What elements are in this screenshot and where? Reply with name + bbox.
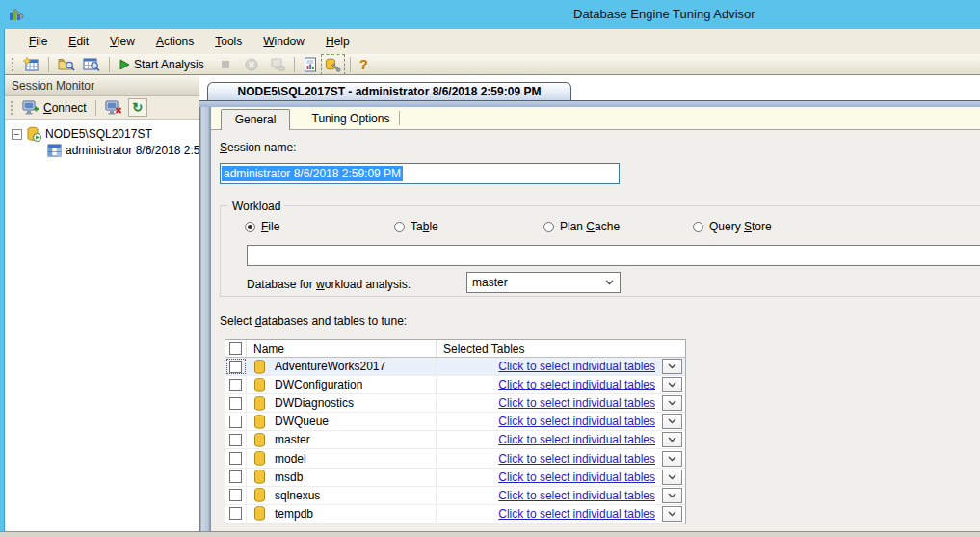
workload-file-input[interactable]	[247, 245, 980, 266]
workload-radio-option[interactable]: Query Store	[693, 220, 842, 233]
tables-dropdown-button[interactable]	[662, 470, 682, 485]
select-individual-tables-link[interactable]: Click to select individual tables	[498, 489, 655, 502]
toolbar-separator	[109, 57, 110, 72]
reports-button[interactable]	[302, 56, 319, 73]
chevron-down-icon	[668, 493, 676, 498]
chevron-down-icon	[668, 418, 676, 424]
start-analysis-button[interactable]: Start Analysis	[117, 57, 206, 72]
database-row[interactable]: master Click to select individual tables	[225, 431, 685, 449]
database-checkbox[interactable]	[229, 397, 242, 410]
new-session-button[interactable]	[21, 56, 41, 73]
menu-item[interactable]: Window	[252, 29, 315, 54]
database-checkbox[interactable]	[229, 452, 242, 465]
menu-item[interactable]: Edit	[58, 29, 99, 54]
database-name: tempdb	[275, 507, 313, 521]
select-individual-tables-link[interactable]: Click to select individual tables	[498, 360, 655, 373]
window-bottom-border	[0, 531, 980, 537]
chevron-down-icon	[668, 437, 676, 443]
database-row[interactable]: tempdb Click to select individual tables	[225, 505, 685, 524]
session-monitor-toolbar: Connect ↻	[5, 96, 199, 120]
session-name-input[interactable]: administrator 8/6/2018 2:59:09 PM	[220, 163, 620, 184]
database-checkbox[interactable]	[229, 470, 242, 483]
databases-table: Name Selected Tables AdventureWorks2017	[225, 339, 686, 524]
tables-dropdown-button[interactable]	[662, 451, 682, 467]
workload-radio-option[interactable]: File	[245, 220, 394, 233]
database-row[interactable]: msdb Click to select individual tables	[225, 469, 685, 487]
menu-item[interactable]: File	[18, 29, 58, 54]
database-row[interactable]: DWDiagnostics Click to select individual…	[225, 394, 685, 413]
database-row[interactable]: model Click to select individual tables	[225, 449, 685, 468]
radio-button-icon[interactable]	[245, 222, 255, 232]
column-header-selected-tables[interactable]: Selected Tables	[437, 340, 685, 357]
database-row[interactable]: AdventureWorks2017 Click to select indiv…	[225, 358, 685, 376]
tree-node-session[interactable]: administrator 8/6/2018 2:59:	[47, 144, 199, 157]
toolbar-separator	[95, 100, 96, 116]
database-row[interactable]: DWConfiguration Click to select individu…	[225, 376, 685, 394]
database-checkbox[interactable]	[229, 379, 242, 391]
tables-dropdown-button[interactable]	[662, 432, 682, 447]
database-icon	[253, 415, 266, 429]
tables-dropdown-button[interactable]	[662, 377, 682, 392]
chevron-down-icon	[668, 382, 676, 388]
select-individual-tables-link[interactable]: Click to select individual tables	[498, 507, 655, 521]
help-button[interactable]: ?	[358, 55, 370, 73]
radio-button-icon[interactable]	[693, 222, 703, 232]
detadvisor-window: Database Engine Tuning Advisor File Edit…	[0, 0, 980, 537]
server-icon	[26, 126, 41, 142]
select-individual-tables-link[interactable]: Click to select individual tables	[498, 415, 655, 428]
document-tab[interactable]: NODE5\SQL2017ST - administrator 8/6/2018…	[207, 82, 571, 100]
server-label: NODE5\SQL2017ST	[45, 127, 152, 141]
database-checkbox[interactable]	[229, 434, 242, 446]
tuning-options-button[interactable]	[323, 56, 343, 73]
database-row[interactable]: DWQueue Click to select individual table…	[225, 413, 685, 431]
tables-dropdown-button[interactable]	[662, 414, 682, 429]
collapse-icon[interactable]: −	[12, 129, 22, 140]
select-individual-tables-link[interactable]: Click to select individual tables	[498, 452, 655, 466]
workload-legend: Workload	[228, 200, 284, 213]
view-workload-button[interactable]	[81, 56, 102, 73]
tables-dropdown-button[interactable]	[662, 506, 682, 522]
menu-item[interactable]: Actions	[146, 29, 204, 54]
open-session-button[interactable]	[56, 56, 77, 73]
session-name-label: Session name:	[220, 141, 296, 154]
radio-button-icon[interactable]	[394, 222, 405, 232]
database-analysis-value: master	[472, 276, 508, 289]
title-bar: Database Engine Tuning Advisor	[0, 0, 980, 29]
menu-item[interactable]: Tools	[204, 29, 252, 54]
workload-radio-option[interactable]: Plan Cache	[543, 220, 693, 233]
database-checkbox[interactable]	[229, 361, 242, 373]
select-individual-tables-link[interactable]: Click to select individual tables	[498, 470, 655, 484]
workload-radio-option[interactable]: Table	[394, 220, 543, 233]
menu-item[interactable]: View	[99, 29, 146, 54]
select-individual-tables-link[interactable]: Click to select individual tables	[498, 378, 655, 391]
select-individual-tables-link[interactable]: Click to select individual tables	[498, 396, 655, 410]
database-checkbox[interactable]	[229, 507, 242, 520]
session-tree: − NODE5\SQL2017ST administrator 8/6/2018…	[5, 120, 199, 531]
disconnect-button[interactable]	[103, 99, 124, 117]
connect-button[interactable]: Connect	[20, 99, 89, 117]
tree-node-server[interactable]: − NODE5\SQL2017ST	[12, 126, 152, 142]
radio-button-icon[interactable]	[543, 222, 554, 232]
panel-splitter[interactable]	[199, 107, 211, 531]
general-tab-content: Session name: administrator 8/6/2018 2:5…	[211, 130, 980, 531]
database-checkbox[interactable]	[229, 489, 242, 501]
tables-dropdown-button[interactable]	[662, 488, 682, 503]
tab-tuning-options[interactable]: Tuning Options	[303, 107, 399, 130]
tables-dropdown-button[interactable]	[662, 395, 682, 411]
select-all-checkbox[interactable]	[229, 342, 242, 355]
tuning-icon	[325, 57, 341, 72]
database-row[interactable]: sqlnexus Click to select individual tabl…	[225, 487, 685, 505]
refresh-button[interactable]: ↻	[128, 98, 147, 117]
database-checkbox[interactable]	[229, 416, 242, 428]
database-analysis-combo[interactable]: master	[466, 272, 621, 293]
tab-general[interactable]: General	[221, 109, 290, 130]
column-header-name[interactable]: Name	[247, 340, 437, 357]
menu-item[interactable]: Help	[315, 29, 360, 54]
new-session-icon	[23, 57, 40, 72]
toolbar-grip[interactable]	[11, 101, 13, 115]
toolbar-grip[interactable]	[12, 58, 14, 71]
tables-dropdown-button[interactable]	[662, 359, 682, 374]
database-icon	[253, 488, 266, 502]
session-label: administrator 8/6/2018 2:59:	[66, 144, 199, 157]
select-individual-tables-link[interactable]: Click to select individual tables	[498, 433, 655, 446]
